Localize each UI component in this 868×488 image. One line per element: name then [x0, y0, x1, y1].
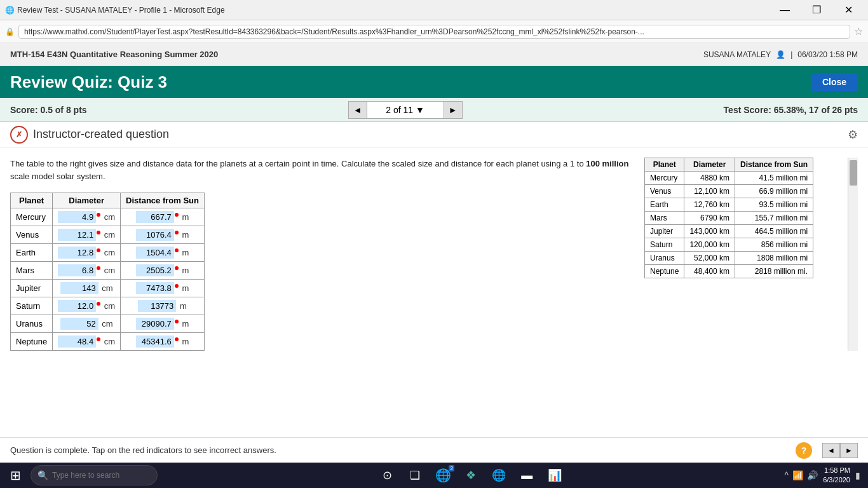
search-input[interactable] [52, 471, 151, 480]
quiz-title-yellow: Review Quiz: [10, 72, 113, 92]
close-window-button[interactable]: ✕ [834, 0, 863, 20]
ref-col-planet: Planet [645, 158, 684, 172]
left-section: The table to the right gives size and di… [10, 158, 644, 351]
diameter-unit: cm [100, 319, 113, 329]
question-counter-text: 2 of 11 [386, 105, 413, 115]
taskbar-app-pdf[interactable]: ▬ [514, 464, 539, 487]
scrollbar[interactable] [848, 158, 858, 351]
distance-input[interactable] [136, 318, 174, 330]
test-score-value: 65.38%, 17 of 26 pts [774, 105, 858, 115]
taskbar-app-browser[interactable]: 🌐 [486, 464, 512, 487]
answer-col-distance: Distance from Sun [121, 193, 205, 208]
taskbar-app-windows[interactable]: ❖ [458, 464, 484, 487]
diameter-input[interactable] [58, 229, 96, 241]
ref-planet-name: Mercury [645, 172, 684, 185]
answer-col-planet: Planet [11, 193, 53, 208]
question-label: ✗ Instructor-created question [10, 126, 169, 144]
ref-distance: 66.9 million mi [735, 185, 813, 198]
distance-input[interactable] [136, 336, 174, 348]
bottom-prev-button[interactable]: ◄ [822, 443, 840, 458]
favorite-star-icon[interactable]: ☆ [854, 25, 863, 37]
prev-question-button[interactable]: ◄ [348, 101, 367, 119]
search-bar[interactable]: 🔍 [31, 465, 158, 485]
incorrect-indicator [175, 284, 179, 288]
distance-unit: m [180, 248, 189, 257]
problem-text: The table to the right gives size and di… [10, 158, 644, 182]
diameter-input[interactable] [58, 300, 96, 312]
distance-input[interactable] [136, 282, 174, 294]
ref-table-row: Mars6790 km155.7 million mi [645, 212, 813, 225]
start-button[interactable]: ⊞ [3, 464, 28, 487]
distance-input[interactable] [136, 229, 174, 241]
security-lock-icon: 🔒 [5, 27, 15, 36]
taskbar-clock: 1:58 PM 6/3/2020 [823, 466, 850, 485]
ref-col-diameter: Diameter [684, 158, 735, 172]
search-icon: 🔍 [37, 470, 48, 480]
datetime: 06/03/20 1:58 PM [797, 50, 858, 59]
network-icon[interactable]: 📶 [792, 470, 803, 480]
help-button[interactable]: ? [796, 442, 812, 459]
answer-table-row: Mercury cm m [11, 208, 205, 226]
next-question-button[interactable]: ► [444, 101, 463, 119]
distance-input[interactable] [138, 300, 176, 312]
maximize-button[interactable]: ❐ [802, 0, 831, 20]
ref-diameter: 12,100 km [684, 185, 735, 198]
answer-distance-cell: m [121, 333, 205, 351]
score-display: Score: 0.5 of 8 pts [10, 105, 87, 115]
ref-table-row: Saturn120,000 km856 million mi [645, 238, 813, 252]
show-desktop-icon[interactable]: ▮ [855, 470, 860, 480]
ref-distance: 2818 million mi. [735, 265, 813, 278]
taskbar-app-taskview[interactable]: ❑ [402, 464, 428, 487]
test-score-display: Test Score: 65.38%, 17 of 26 pts [724, 105, 858, 115]
incorrect-indicator [175, 320, 179, 323]
quiz-title-white: Quiz 3 [118, 72, 167, 92]
ref-diameter: 48,400 km [684, 265, 735, 278]
url-input[interactable] [18, 25, 850, 39]
bold-scale: 100 million [586, 159, 628, 168]
distance-input[interactable] [136, 264, 174, 276]
distance-unit: m [180, 319, 189, 329]
diameter-input[interactable] [60, 318, 98, 330]
bottom-navigation: ◄ ► [822, 443, 858, 458]
close-button[interactable]: Close [811, 73, 858, 91]
answer-table-row: Uranus cm m [11, 315, 205, 333]
diameter-input[interactable] [60, 282, 98, 294]
ref-planet-name: Mars [645, 212, 684, 225]
answer-table-row: Saturn cm m [11, 297, 205, 315]
taskbar-app-cortana[interactable]: ⊙ [374, 464, 400, 487]
settings-gear-icon[interactable]: ⚙ [848, 128, 858, 142]
browser-favicon: 🌐 [5, 6, 15, 15]
window-controls: — ❐ ✕ [770, 0, 863, 20]
volume-icon[interactable]: 🔊 [807, 470, 818, 480]
ref-planet-name: Uranus [645, 252, 684, 265]
separator: | [790, 50, 792, 59]
scroll-thumb[interactable] [850, 160, 857, 186]
diameter-input[interactable] [58, 211, 96, 223]
answer-planet-name: Mercury [11, 208, 53, 226]
taskbar-apps: ⊙ ❑ 🌐 2 ❖ 🌐 ▬ 📊 [160, 464, 782, 487]
question-counter: 2 of 11 ▼ [367, 101, 444, 119]
answer-planet-name: Venus [11, 226, 53, 244]
minimize-button[interactable]: — [770, 0, 799, 20]
taskbar-app-edge-badge[interactable]: 🌐 2 [430, 464, 456, 487]
distance-input[interactable] [136, 247, 174, 259]
incorrect-indicator [97, 248, 100, 252]
ref-planet-name: Earth [645, 198, 684, 212]
taskbar-app-excel[interactable]: 📊 [542, 464, 567, 487]
answer-diameter-cell: cm [53, 244, 121, 262]
ref-table-row: Earth12,760 km93.5 million mi [645, 198, 813, 212]
diameter-input[interactable] [58, 336, 96, 348]
answer-table: Planet Diameter Distance from Sun Mercur… [10, 193, 205, 351]
test-score-label: Test Score: [724, 105, 771, 115]
answer-planet-name: Mars [11, 262, 53, 280]
diameter-input[interactable] [58, 264, 96, 276]
distance-input[interactable] [136, 211, 174, 223]
dropdown-arrow-icon[interactable]: ▼ [416, 105, 424, 115]
tray-arrow-icon[interactable]: ^ [785, 470, 789, 480]
right-section: Planet Diameter Distance from Sun Mercur… [644, 158, 848, 351]
diameter-input[interactable] [58, 247, 96, 259]
distance-unit: m [180, 230, 189, 240]
answer-planet-name: Uranus [11, 315, 53, 333]
main-content: The table to the right gives size and di… [0, 147, 868, 361]
bottom-next-button[interactable]: ► [840, 443, 858, 458]
